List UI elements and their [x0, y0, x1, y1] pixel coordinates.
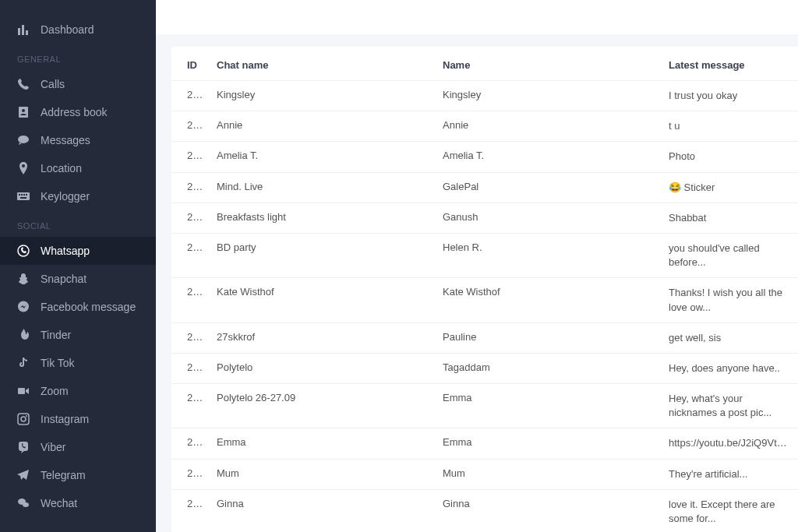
svg-point-18 [26, 415, 27, 417]
cell-name: Kate Wisthof [436, 278, 662, 322]
sidebar-item-dashboard[interactable]: Dashboard [0, 16, 156, 44]
table-row[interactable]: 243...PolyteloTagaddamHey, does anyone h… [171, 353, 798, 383]
sidebar-item-keylogger[interactable]: Keylogger [0, 182, 156, 210]
table-row[interactable]: 24...EmmaEmmahttps://youtu.be/J2iQ9VtMfD… [171, 428, 798, 459]
sidebar-item-label: Tik Tok [41, 357, 75, 369]
table-row[interactable]: 243...KingsleyKingsleyI trust you okay [171, 81, 798, 111]
cell-id: 243... [171, 322, 210, 353]
sidebar-item-instagram[interactable]: Instagram [0, 405, 156, 433]
messenger-icon [17, 301, 30, 313]
message-icon [17, 134, 30, 146]
sidebar-item-label: Instagram [41, 413, 89, 425]
svg-point-17 [21, 417, 26, 421]
sidebar-item-telegram[interactable]: Telegram [0, 461, 156, 489]
table-row[interactable]: 243...Mind. LiveGalePal😂 Sticker [171, 172, 798, 203]
cell-id: 243... [171, 203, 210, 233]
table-row[interactable]: 243...Polytelo 26-27.09EmmaHey, what's y… [171, 384, 798, 428]
sidebar-item-tik-tok[interactable]: Tik Tok [0, 349, 156, 377]
svg-point-6 [22, 164, 25, 167]
sidebar-item-snapchat[interactable]: Snapchat [0, 265, 156, 293]
sidebar-item-location[interactable]: Location [0, 154, 156, 182]
cell-id: 243... [171, 233, 210, 277]
svg-rect-0 [18, 28, 20, 35]
cell-chat: 27skkrof [210, 322, 436, 353]
sidebar-item-address-book[interactable]: Address book [0, 98, 156, 126]
cell-message: love it. Except there are some for... [662, 489, 798, 532]
table-row[interactable]: 243...Breakfasts lightGanushShabbat [171, 203, 798, 233]
zoom-icon [17, 385, 30, 397]
cell-chat: Mum [210, 459, 436, 489]
instagram-icon [17, 413, 30, 425]
cell-name: Annie [436, 111, 662, 142]
sidebar-item-label: Tinder [41, 329, 71, 341]
topbar [156, 0, 798, 34]
cell-name: Emma [436, 428, 662, 459]
contact-icon [17, 106, 30, 118]
cell-message: Hey, does anyone have.. [662, 353, 798, 383]
telegram-icon [17, 469, 30, 481]
sidebar-item-label: Messages [41, 134, 90, 146]
cell-chat: Polytelo 26-27.09 [210, 384, 436, 428]
table-row[interactable]: 24...GinnaGinnalove it. Except there are… [171, 489, 798, 532]
sidebar-item-label: Location [41, 162, 82, 174]
cell-id: 24... [171, 489, 210, 532]
th-message[interactable]: Latest message [662, 47, 798, 81]
location-icon [17, 162, 30, 174]
cell-id: 243... [171, 353, 210, 383]
table-row[interactable]: 243...BD partyHelen R.you should've call… [171, 233, 798, 277]
th-name[interactable]: Name [436, 47, 662, 81]
sidebar-item-wechat[interactable]: Wechat [0, 489, 156, 517]
th-chat[interactable]: Chat name [210, 47, 436, 81]
cell-message: Photo [662, 142, 798, 172]
svg-rect-15 [18, 388, 25, 394]
sidebar-item-label: Zoom [41, 385, 69, 397]
table-row[interactable]: 243...AnnieAnniet u [171, 111, 798, 142]
svg-point-21 [23, 502, 29, 507]
sidebar-item-facebook-message[interactable]: Facebook message [0, 293, 156, 321]
table-row[interactable]: 243...27skkrofPaulineget well, sis [171, 322, 798, 353]
cell-id: 24... [171, 428, 210, 459]
sidebar-item-zoom[interactable]: Zoom [0, 377, 156, 405]
cell-chat: Breakfasts light [210, 203, 436, 233]
cell-id: 243... [171, 81, 210, 111]
whatsapp-icon [17, 245, 30, 257]
cell-chat: BD party [210, 233, 436, 277]
cell-message: get well, sis [662, 322, 798, 353]
cell-message: I trust you okay [662, 81, 798, 111]
table-row[interactable]: 24...MumMumThey're artificial... [171, 459, 798, 489]
svg-rect-10 [23, 194, 25, 196]
sidebar-item-label: Address book [41, 106, 108, 118]
svg-rect-12 [20, 197, 26, 199]
cell-name: GalePal [436, 172, 662, 203]
table-row[interactable]: 243...Amelia T.Amelia T.Photo [171, 142, 798, 172]
cell-chat: Amelia T. [210, 142, 436, 172]
sidebar-item-calls[interactable]: Calls [0, 70, 156, 98]
tiktok-icon [17, 357, 30, 369]
dashboard-icon [17, 23, 30, 36]
sidebar-item-whatsapp[interactable]: Whatsapp [0, 237, 156, 265]
sidebar-item-messages[interactable]: Messages [0, 126, 156, 154]
table-row[interactable]: 243...Kate WisthofKate WisthofThanks! I … [171, 278, 798, 322]
cell-chat: Polytelo [210, 353, 436, 383]
svg-rect-8 [19, 194, 20, 196]
sidebar-item-tinder[interactable]: Tinder [0, 321, 156, 349]
cell-message: https://youtu.be/J2iQ9VtMfDk [662, 428, 798, 459]
cell-name: Mum [436, 459, 662, 489]
cell-chat: Ginna [210, 489, 436, 532]
th-id[interactable]: ID [171, 47, 210, 81]
cell-chat: Kingsley [210, 81, 436, 111]
main-area: ID Chat name Name Latest message 243...K… [156, 0, 798, 532]
sidebar-item-label: Snapchat [41, 273, 87, 285]
sidebar-item-viber[interactable]: Viber [0, 433, 156, 461]
cell-name: Ganush [436, 203, 662, 233]
svg-point-4 [22, 109, 25, 112]
svg-rect-2 [26, 30, 28, 35]
cell-message: Thanks! I wish you all the love ow... [662, 278, 798, 322]
phone-icon [17, 78, 30, 90]
cell-message: you should've called before... [662, 233, 798, 277]
cell-id: 24... [171, 459, 210, 489]
cell-message: They're artificial... [662, 459, 798, 489]
cell-name: Pauline [436, 322, 662, 353]
svg-rect-16 [18, 414, 29, 425]
cell-chat: Mind. Live [210, 172, 436, 203]
